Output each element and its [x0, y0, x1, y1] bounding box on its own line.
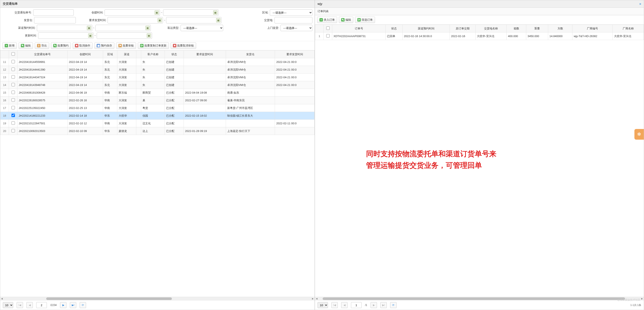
col-header[interactable] [0, 51, 9, 58]
col-header[interactable]: 交货地名称 [476, 25, 507, 33]
edit-button[interactable]: ✎编辑 [18, 43, 33, 49]
table-row[interactable]: 20 JH2202100920135032022-02-10 09华东麦德龙达上… [0, 127, 314, 135]
filter-order-button[interactable]: ⟳筛选订单 [355, 17, 375, 23]
export-button[interactable]: ⇩导出 [35, 43, 49, 49]
col-header[interactable]: 要求发货时间 [275, 51, 314, 58]
row-checkbox[interactable] [12, 121, 15, 125]
col-header[interactable] [324, 25, 332, 33]
col-header[interactable]: 区域 [103, 51, 117, 58]
last-page-button[interactable]: ▶I [380, 302, 387, 308]
col-header[interactable]: 客户名称 [141, 51, 164, 58]
next-page-button[interactable]: ▶ [370, 302, 377, 308]
col-header[interactable]: 渠道预约时间 [402, 25, 450, 33]
table-row[interactable]: 15 JH2204061910084282022-04-06 19华南家乐福辉商… [0, 89, 314, 97]
col-header[interactable]: 渠道 [117, 51, 136, 58]
collapse-icon[interactable]: » [639, 2, 641, 6]
col-header[interactable]: 订单号 [332, 25, 386, 33]
select-load-type[interactable]: ---请选择--- [180, 25, 223, 31]
h-scrollbar[interactable]: ◀▶ [0, 297, 314, 300]
input-channel-from[interactable]: ▦ [37, 25, 92, 31]
input-create-to[interactable]: ▦ [163, 9, 218, 16]
table-row[interactable]: 13 JH2204191443473242022-04-19 14东北大润发矢已… [0, 74, 314, 81]
row-checkbox[interactable] [12, 91, 15, 94]
batch-copy-button[interactable]: ⟳批量复制订单更新 [138, 43, 169, 49]
save-button[interactable]: ▦预约保存 [94, 43, 114, 49]
prev-page-button[interactable]: ◀ [341, 302, 348, 308]
row-checkbox[interactable] [12, 129, 15, 132]
input-reqship-from[interactable]: ▦ [108, 17, 163, 24]
annotation-text: 同时支持按物流委托单和渠道订货单号来 管理运输提货交货业务，可管理回单 [366, 148, 496, 171]
input-reqship-to[interactable]: ▦ [166, 17, 222, 24]
select-door-pickup[interactable]: ---请选择--- [280, 25, 312, 31]
page-size-select[interactable]: 10 [318, 302, 328, 308]
row-checkbox[interactable] [12, 68, 15, 71]
prev-page-button[interactable]: ◀ [26, 302, 33, 308]
table-row[interactable]: 1 XDTH2202AAAAP008731已回单2022-02-16 14:30… [315, 33, 644, 40]
table-row[interactable]: 16 JH2202261600285752022-02-26 16华南大润发巢已… [0, 97, 314, 104]
first-page-button[interactable]: I◀ [16, 302, 23, 308]
col-header[interactable]: 厂商编号 [572, 25, 612, 33]
next-page-button[interactable]: ▶ [60, 302, 66, 308]
col-header[interactable]: 方数 [548, 25, 572, 33]
col-header[interactable]: 创建时间 [68, 51, 103, 58]
pager-summary: 1-1共:1条 [630, 303, 641, 307]
row-checkbox[interactable] [12, 106, 15, 109]
col-header[interactable]: 发货仓 [226, 51, 275, 58]
refresh-button[interactable]: ⟳ [80, 302, 86, 308]
batch-audit-button[interactable]: ⚑批量审核 [116, 43, 136, 49]
input-update-to[interactable]: ▦ [97, 33, 152, 39]
table-row[interactable]: 19 JH2202101228475012022-02-10 12华南大润发迈文… [0, 120, 314, 127]
edit-order-button[interactable]: ✎编辑 [339, 17, 353, 23]
label-notice-no: 交货通知单号: [2, 11, 33, 15]
col-header[interactable] [136, 51, 141, 58]
row-checkbox[interactable] [12, 75, 15, 79]
enter-order-button[interactable]: +录入订单 [317, 17, 337, 23]
col-header[interactable]: 要求提货时间 [184, 51, 226, 58]
row-checkbox[interactable] [12, 83, 15, 86]
input-notice-no[interactable] [33, 9, 74, 16]
col-header[interactable] [315, 25, 324, 33]
first-page-button[interactable]: I◀ [331, 302, 338, 308]
h-scrollbar-right[interactable]: ◀▶ [315, 297, 644, 300]
filter-form: 交货通知单号: 创建时间: ▦ ~ ▦ 区域: ---请选择--- 发货仓: 要… [0, 8, 314, 41]
add-button[interactable]: +新增 [2, 43, 17, 49]
right-toolbar: +录入订单 ✎编辑 ⟳筛选订单 [315, 15, 644, 25]
refresh-button[interactable]: ⟳ [390, 302, 396, 308]
table-row[interactable]: 12 JH2204191444413902022-04-19 14东北大润发矢已… [0, 66, 314, 74]
row-checkbox[interactable] [12, 114, 15, 117]
col-header[interactable]: 交货通知单号 [18, 51, 68, 58]
input-delivery-place[interactable] [274, 17, 312, 24]
input-warehouse[interactable] [34, 17, 76, 24]
col-header[interactable]: 原订单交期 [450, 25, 476, 33]
select-all-checkbox[interactable] [326, 27, 330, 30]
col-header[interactable]: 厂商名称 [613, 25, 644, 33]
cancel-button[interactable]: ✖取消操作 [72, 43, 93, 49]
last-page-button[interactable]: ▶I [70, 302, 76, 308]
input-create-from[interactable]: ▦ [104, 9, 160, 16]
select-all-checkbox[interactable] [12, 52, 15, 56]
batch-unaudit-button[interactable]: ✖批量取消审核 [170, 43, 196, 49]
input-channel-to[interactable]: ▦ [96, 25, 151, 31]
select-region[interactable]: ---请选择--- [270, 9, 312, 16]
row-checkbox[interactable] [12, 98, 15, 102]
table-row[interactable]: 17 JH2202251350224502022-02-25 13华南大润发粤货… [0, 104, 314, 112]
col-header[interactable]: 状态 [164, 51, 184, 58]
input-update-from[interactable]: ▦ [38, 33, 94, 39]
col-header[interactable]: 重量 [526, 25, 548, 33]
row-checkbox[interactable] [326, 34, 330, 38]
table-row[interactable]: 18 JH2202141802212332022-02-14 18华东大统华佳园… [0, 112, 314, 120]
page-input[interactable] [351, 302, 362, 308]
page-input[interactable] [36, 302, 47, 308]
batch-book-button[interactable]: ✎批量预约 [51, 43, 71, 49]
table-row[interactable]: 11 JH2204191445599912022-04-19 14东北大润发矢已… [0, 58, 314, 66]
right-table: 订单号状态渠道预约时间原订单交期交货地名称箱数重量方数厂商编号厂商名称 1 XD… [315, 25, 644, 40]
col-header[interactable] [9, 51, 18, 58]
pencil-icon: ✎ [341, 18, 344, 22]
row-checkbox[interactable] [12, 60, 15, 63]
table-row[interactable]: 14 JH2204191439487482022-04-19 14东北大润发矢已… [0, 81, 314, 89]
page-size-select[interactable]: 10 [3, 302, 13, 308]
col-header[interactable]: 箱数 [507, 25, 526, 33]
gear-icon[interactable]: ✻ [634, 129, 644, 140]
col-header[interactable]: 状态 [386, 25, 403, 33]
date-separator: ~ [94, 34, 96, 37]
